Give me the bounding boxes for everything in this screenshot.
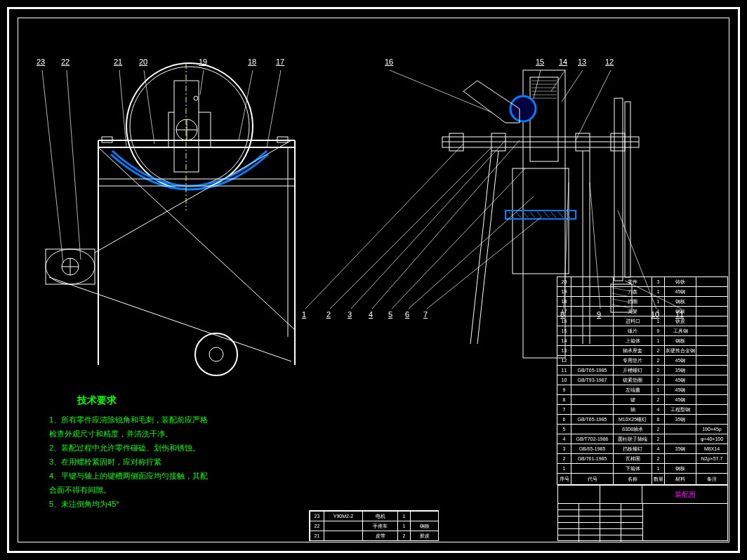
bom-row: 13轴承座套2灰硬性合金钢 — [557, 345, 727, 355]
bom-table-lower: 23Y90M2-2电机1 22手推车1钢板 21皮带2胶皮 — [309, 510, 439, 541]
tech-req-title: 技术要求 — [77, 394, 208, 407]
svg-line-78 — [330, 147, 491, 309]
bom-table-upper: 20零件3铸铁 19刀盘145钢 18挡圈1钢板 17支架1钢板 16进料口1铁… — [557, 276, 728, 485]
callout-3: 3 — [348, 310, 352, 319]
svg-line-68 — [144, 70, 154, 144]
svg-line-46 — [516, 212, 521, 218]
svg-line-69 — [200, 70, 204, 95]
svg-line-79 — [351, 140, 505, 309]
callout-16: 16 — [385, 58, 393, 66]
bom-row: 15锤片9工具钢 — [557, 326, 727, 335]
svg-point-36 — [510, 96, 536, 121]
bom-row: 19刀盘145钢 — [557, 286, 727, 296]
bom-row: 16进料口1铁皮 — [557, 316, 727, 326]
tech-req-line: 4、平键与轴上的键槽两侧面应均匀接触，其配 — [49, 469, 208, 483]
svg-rect-29 — [530, 77, 558, 161]
callout-23: 23 — [37, 58, 45, 66]
svg-line-52 — [558, 212, 563, 218]
bom-row: 9左端盖145钢 — [557, 385, 727, 394]
bom-row: 2GB/761-1985瓦棉固2N2ρ×57.7 — [557, 453, 727, 463]
svg-line-47 — [523, 212, 528, 218]
bom-row: 8键245钢 — [557, 394, 727, 404]
callout-15: 15 — [536, 58, 544, 66]
tech-requirements: 技术要求 1、所有零件应清除锐角和毛刺，装配前应严格 检查外观尺寸和精度，并清洗… — [49, 394, 208, 511]
svg-point-25 — [195, 333, 237, 375]
bom-row: 1下箱体1钢板 — [557, 463, 727, 473]
bom-row: 3GB/65-1985挡板螺钉435钢M8X14 — [557, 444, 727, 453]
front-view — [46, 63, 295, 375]
svg-rect-59 — [625, 102, 630, 277]
callout-leaders — [42, 70, 681, 309]
tech-req-line: 5、未注倒角均为45° — [49, 497, 208, 511]
svg-line-48 — [530, 212, 535, 218]
svg-line-65 — [42, 70, 63, 263]
svg-line-71 — [267, 70, 281, 147]
callout-20: 20 — [139, 58, 147, 66]
svg-line-51 — [551, 212, 556, 218]
svg-line-66 — [67, 70, 81, 260]
svg-point-26 — [209, 347, 223, 361]
svg-line-83 — [427, 218, 541, 309]
callout-18: 18 — [248, 58, 256, 66]
callout-6: 6 — [405, 310, 409, 319]
svg-rect-43 — [513, 168, 569, 274]
callout-2: 2 — [326, 310, 331, 319]
svg-line-50 — [544, 212, 549, 218]
svg-line-76 — [576, 70, 611, 140]
tech-req-line: 合面不得有间隙。 — [49, 483, 208, 497]
bom-row: 18挡圈1钢板 — [557, 296, 727, 306]
callout-21: 21 — [114, 58, 122, 66]
svg-line-77 — [305, 144, 463, 309]
callout-17: 17 — [276, 58, 284, 66]
bom-row: 4GB/T702-1986圆柱联子轴端2φ=40×100 — [557, 434, 727, 444]
tech-req-line: 2、装配过程中允许零件碰磕、划伤和锈蚀。 — [49, 441, 208, 455]
svg-line-20 — [49, 277, 291, 361]
callout-4: 4 — [369, 310, 373, 319]
title-block: 装配图 — [557, 485, 728, 541]
bom-row: 14上箱体1钢板 — [557, 335, 727, 345]
bom-row: 20零件3铸铁 — [557, 276, 727, 286]
callout-12: 12 — [605, 58, 614, 66]
callout-14: 14 — [559, 58, 567, 66]
callout-1: 1 — [302, 310, 306, 319]
tech-req-line: 检查外观尺寸和精度，并清洗干净。 — [49, 427, 208, 441]
callout-22: 22 — [61, 58, 70, 66]
svg-line-80 — [372, 140, 520, 309]
callout-19: 19 — [199, 58, 207, 66]
bom-row: 23Y90M2-2电机1 — [310, 511, 438, 521]
svg-line-49 — [537, 212, 542, 218]
tech-req-line: 3、在用螺栓紧固时，应对称拧紧 — [49, 455, 208, 469]
drawing-title: 装配图 — [642, 486, 727, 503]
bom-row: 12专用垫片245钢 — [557, 355, 727, 365]
svg-line-70 — [239, 70, 253, 140]
callout-7: 7 — [423, 310, 428, 319]
bom-row: 21皮带2胶皮 — [310, 531, 438, 540]
callout-5: 5 — [388, 310, 392, 319]
tech-req-line: 1、所有零件应清除锐角和毛刺，装配前应严格 — [49, 413, 208, 427]
bom-row: 56308轴承2190×45ρ — [557, 424, 727, 434]
bom-row: 7轴4工程型钢 — [557, 404, 727, 414]
bom-header-row: 序号代号名称数量材料备注 — [557, 473, 727, 484]
bom-row: 10GB/T93-1987锁紧垫圈245钢 — [557, 375, 727, 385]
bom-row: 6GB/T65-1985M10X25螺钉835钢 — [557, 414, 727, 424]
svg-line-67 — [119, 70, 126, 147]
svg-rect-58 — [614, 98, 623, 281]
svg-line-81 — [392, 168, 525, 309]
bom-row: 11GB/T65-1985开槽螺钉235钢 — [557, 365, 727, 375]
svg-line-82 — [409, 196, 534, 309]
svg-line-72 — [390, 70, 491, 112]
bom-row: 22手推车1钢板 — [310, 521, 438, 531]
callout-13: 13 — [578, 58, 586, 66]
bom-row: 17支架1钢板 — [557, 306, 727, 316]
svg-line-21 — [98, 147, 295, 330]
